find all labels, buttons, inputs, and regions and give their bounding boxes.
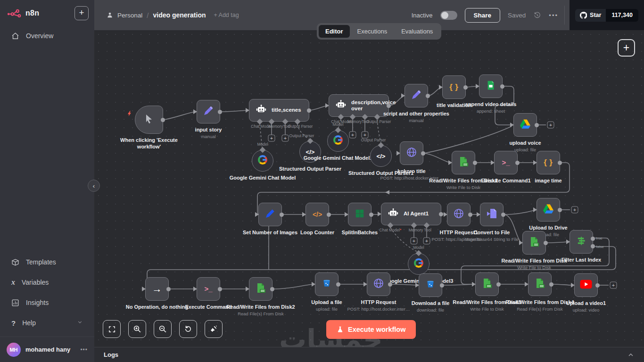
node-splitinbatches[interactable] <box>348 203 372 226</box>
output-port[interactable] <box>426 94 430 98</box>
add-connection-button[interactable]: + <box>268 135 275 142</box>
node-read-write-files-from-disk3[interactable] <box>475 272 499 296</box>
add-connection-button[interactable]: + <box>349 132 356 139</box>
node-convert-to-file[interactable] <box>480 203 504 226</box>
add-connection-button[interactable]: + <box>610 282 617 289</box>
output-port[interactable] <box>549 282 553 287</box>
github-star-widget[interactable]: Star 117,340 <box>575 9 638 22</box>
output-port[interactable] <box>535 123 539 127</box>
add-connection-button[interactable]: + <box>411 238 418 245</box>
node-upload-a-file[interactable] <box>315 272 339 296</box>
node-input-story[interactable] <box>197 100 220 123</box>
add-connection-button[interactable]: + <box>571 206 578 214</box>
history-icon[interactable] <box>533 11 541 19</box>
collapse-sidebar-chevron[interactable]: ‹ <box>88 180 100 192</box>
breadcrumb-owner[interactable]: Personal <box>117 12 142 19</box>
active-toggle[interactable] <box>440 11 457 20</box>
zoom-in-button[interactable] <box>128 320 146 338</box>
output-port[interactable] <box>218 287 222 291</box>
output-port[interactable] <box>336 282 340 287</box>
node-read-write-files-from-disk[interactable] <box>522 231 546 255</box>
node-image-time[interactable]: { } <box>537 151 560 174</box>
user-row[interactable]: MH mohamed hany ••• <box>0 337 94 362</box>
node-title-scenes[interactable]: title,scenes <box>249 99 309 122</box>
add-tag-button[interactable]: + Add tag <box>214 12 239 18</box>
node-google-gemini-chat-model[interactable] <box>252 150 273 172</box>
node-set-number-of-images[interactable] <box>258 203 282 226</box>
fit-view-button[interactable] <box>103 320 121 338</box>
add-connection-button[interactable]: + <box>423 238 430 245</box>
tidy-up-button[interactable] <box>205 320 223 338</box>
node-filter-last-index[interactable] <box>570 230 593 254</box>
output-port[interactable] <box>280 213 284 217</box>
node-http-request1[interactable] <box>447 203 471 226</box>
node-http-request[interactable] <box>367 272 390 296</box>
node-read-write-files-from-disk4[interactable] <box>528 272 552 296</box>
node-loop-counter[interactable]: </> <box>305 203 329 226</box>
tab-editor[interactable]: Editor <box>319 25 350 38</box>
output-port[interactable] <box>439 212 443 216</box>
zoom-out-button[interactable] <box>154 320 172 338</box>
output-port[interactable] <box>558 161 562 165</box>
output-port[interactable] <box>468 213 472 217</box>
add-connection-button[interactable]: + <box>282 135 289 142</box>
node-google-gemini-chat-model1[interactable] <box>327 130 349 152</box>
node-title-validation[interactable]: { } <box>442 75 466 99</box>
output-port[interactable] <box>544 241 548 245</box>
node-structured-output-parser[interactable]: </> <box>299 141 321 163</box>
node-execute-command1[interactable]: >_ <box>494 151 518 174</box>
reset-zoom-button[interactable] <box>179 320 197 338</box>
node-description-voice-over[interactable]: description,voice over <box>329 94 389 117</box>
output-port-true[interactable] <box>591 237 595 241</box>
node-read-write-files-from-disk1[interactable] <box>452 151 475 174</box>
execute-workflow-button[interactable]: Execute workflow <box>326 320 416 339</box>
output-port[interactable] <box>161 118 165 122</box>
output-port[interactable] <box>387 104 391 108</box>
node-no-operation[interactable]: → <box>145 277 169 301</box>
sidebar-item-insights[interactable]: Insights <box>6 295 89 310</box>
node-when-clicking-execute[interactable] <box>135 106 163 134</box>
sidebar-item-templates[interactable]: Templates <box>6 255 89 270</box>
node-execute-command[interactable]: >_ <box>197 277 220 301</box>
output-port[interactable] <box>440 283 444 288</box>
new-workflow-button[interactable]: + <box>74 6 89 20</box>
node-google-gemini-chat-model3[interactable] <box>408 253 429 275</box>
add-connection-button[interactable]: + <box>547 122 554 129</box>
canvas-add-node-button[interactable]: + <box>618 39 635 57</box>
node-append-video-details[interactable] <box>479 74 503 98</box>
workflow-title[interactable]: video generation <box>153 11 206 19</box>
node-download-a-file[interactable] <box>419 273 442 297</box>
tab-evaluations[interactable]: Evaluations <box>395 25 439 38</box>
output-port[interactable] <box>515 161 520 165</box>
node-structured-output-parser1[interactable]: </> <box>370 145 392 167</box>
output-port[interactable] <box>421 151 425 156</box>
output-port[interactable] <box>270 287 274 291</box>
output-port[interactable] <box>369 213 373 217</box>
output-port[interactable] <box>166 287 171 291</box>
node-kokoro-title[interactable] <box>400 141 423 165</box>
output-port[interactable] <box>307 108 311 113</box>
node-upload-a-video1[interactable] <box>574 273 598 297</box>
output-port[interactable] <box>473 161 477 165</box>
node-upload-to-drive[interactable] <box>537 198 560 222</box>
output-port[interactable] <box>595 283 600 288</box>
output-port[interactable] <box>501 213 505 217</box>
sidebar-item-overview[interactable]: Overview <box>6 28 89 43</box>
output-port[interactable] <box>463 85 468 90</box>
output-port[interactable] <box>558 208 562 212</box>
share-button[interactable]: Share <box>465 8 501 23</box>
output-port[interactable] <box>500 84 504 89</box>
sidebar-item-help[interactable]: ?Help <box>6 315 89 330</box>
add-connection-button[interactable]: + <box>362 132 369 139</box>
sidebar-item-variables[interactable]: xVariables <box>6 275 89 290</box>
node-read-write-files-from-disk2[interactable] <box>249 277 272 301</box>
output-port[interactable] <box>218 110 222 114</box>
logs-panel[interactable]: Logs <box>94 347 644 362</box>
logs-expand-chevron-icon[interactable] <box>627 351 635 359</box>
header-menu-dots[interactable]: ••• <box>549 12 558 19</box>
user-menu-dots[interactable]: ••• <box>80 346 88 353</box>
output-port[interactable] <box>496 282 501 287</box>
output-port[interactable] <box>388 282 392 287</box>
node-upload-voice[interactable] <box>513 113 537 137</box>
workflow-canvas[interactable]: + Execute workflow خمسات When clicking '… <box>94 30 644 347</box>
